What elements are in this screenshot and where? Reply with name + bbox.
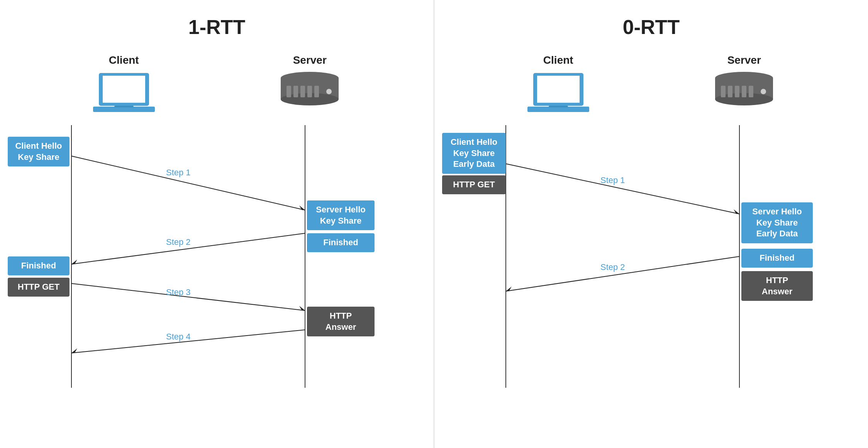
svg-rect-25 — [527, 107, 589, 112]
svg-rect-9 — [300, 86, 305, 97]
rtt0-step1-label: Step 1 — [600, 175, 625, 185]
rtt0-server-icon — [713, 71, 775, 114]
rtt0-client-httpget-box: HTTP GET — [442, 175, 506, 194]
rtt1-server-label: Server — [293, 54, 327, 66]
rtt1-server-http-answer-box: HTTPAnswer — [307, 307, 375, 336]
svg-rect-3 — [114, 106, 134, 107]
rtt1-server-icon — [279, 71, 341, 114]
rtt0-server-http-answer-box: HTTPAnswer — [741, 271, 813, 301]
svg-rect-31 — [728, 86, 732, 97]
svg-marker-39 — [734, 209, 739, 214]
rtt1-client-httpget-box: HTTP GET — [8, 278, 70, 297]
rtt0-server-label: Server — [727, 54, 761, 66]
rtt0-client-hello-box: Client HelloKey ShareEarly Data — [442, 133, 506, 174]
rtt0-section: 0-RTT Client Server — [434, 0, 868, 448]
rtt1-server-finished-box: Finished — [307, 233, 375, 252]
rtt0-client-laptop-icon — [527, 71, 589, 117]
rtt0-client-httpget-text: HTTP GET — [453, 180, 495, 189]
rtt0-sequence: Client HelloKey ShareEarly Data HTTP GET… — [434, 125, 868, 448]
rtt0-step2-label: Step 2 — [600, 262, 625, 272]
rtt1-step4-label: Step 4 — [166, 332, 191, 342]
rtt0-server-finished-text: Finished — [760, 253, 794, 263]
rtt0-server-hello-text: Server HelloKey ShareEarly Data — [752, 207, 802, 238]
rtt1-sequence: Client HelloKey Share Server HelloKey Sh… — [0, 125, 434, 448]
svg-marker-41 — [506, 287, 512, 291]
rtt1-server-http-answer-text: HTTPAnswer — [326, 311, 356, 332]
rtt1-step3-label: Step 3 — [166, 287, 191, 297]
rtt1-server-entity: Server — [279, 54, 341, 114]
rtt0-client-label: Client — [543, 54, 573, 66]
svg-point-12 — [326, 89, 332, 94]
svg-marker-18 — [71, 260, 77, 264]
svg-point-35 — [761, 89, 766, 94]
svg-line-38 — [506, 164, 739, 214]
svg-line-15 — [71, 156, 305, 210]
rtt1-step1-label: Step 1 — [166, 168, 191, 178]
svg-rect-8 — [293, 86, 298, 97]
rtt1-server-hello-box: Server HelloKey Share — [307, 200, 375, 230]
svg-rect-34 — [749, 86, 753, 97]
rtt1-client-entity: Client — [93, 54, 155, 117]
rtt1-client-label: Client — [109, 54, 139, 66]
svg-rect-1 — [103, 76, 145, 103]
svg-rect-26 — [549, 106, 568, 107]
svg-marker-16 — [299, 205, 305, 210]
rtt1-title: 1-RTT — [188, 15, 245, 39]
rtt0-title: 0-RTT — [623, 15, 680, 39]
svg-rect-10 — [307, 86, 312, 97]
rtt1-client-finished-text: Finished — [21, 261, 56, 270]
rtt1-server-finished-text: Finished — [323, 238, 358, 247]
rtt1-client-hello-box: Client HelloKey Share — [8, 137, 70, 166]
rtt1-client-laptop-icon — [93, 71, 155, 117]
rtt1-entities: Client Server — [0, 54, 434, 117]
svg-rect-7 — [287, 86, 291, 97]
svg-rect-32 — [735, 86, 739, 97]
svg-marker-22 — [71, 348, 77, 353]
svg-rect-33 — [742, 86, 746, 97]
rtt1-client-httpget-text: HTTP GET — [18, 282, 59, 292]
rtt1-section: 1-RTT Client Server — [0, 0, 434, 448]
rtt0-client-hello-text: Client HelloKey ShareEarly Data — [451, 137, 497, 169]
rtt0-server-http-answer-text: HTTPAnswer — [762, 275, 792, 296]
main-container: 1-RTT Client Server — [0, 0, 868, 448]
rtt0-server-finished-box: Finished — [741, 249, 813, 268]
rtt0-client-entity: Client — [527, 54, 589, 117]
rtt0-entities: Client Server — [434, 54, 868, 117]
svg-rect-24 — [537, 76, 580, 103]
rtt1-client-hello-text: Client HelloKey Share — [15, 141, 62, 162]
svg-rect-30 — [721, 86, 726, 97]
svg-rect-11 — [314, 86, 319, 97]
svg-line-40 — [506, 256, 739, 291]
rtt1-server-hello-text: Server HelloKey Share — [316, 205, 365, 226]
rtt1-step2-label: Step 2 — [166, 237, 191, 247]
rtt0-server-hello-box: Server HelloKey ShareEarly Data — [741, 202, 813, 243]
svg-rect-2 — [93, 107, 155, 112]
svg-marker-20 — [299, 306, 305, 311]
rtt0-server-entity: Server — [713, 54, 775, 114]
rtt1-client-finished-box: Finished — [8, 256, 70, 275]
